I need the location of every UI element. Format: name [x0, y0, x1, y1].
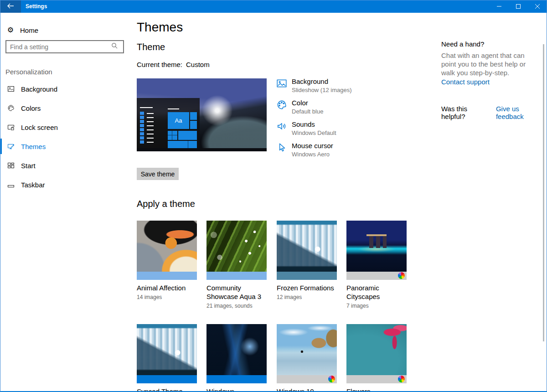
theme-name: Panoramic Cityscapes — [346, 284, 407, 301]
theme-accent-strip — [206, 272, 267, 280]
taskbar-icon — [7, 181, 15, 188]
background-image-icon — [7, 85, 15, 93]
sidebar-item-label: Start — [21, 162, 36, 170]
theme-thumbnail — [277, 221, 337, 272]
theme-preview-image: Aa — [137, 78, 267, 151]
color-wheel-icon — [398, 376, 405, 382]
current-theme-value: Custom — [186, 61, 210, 68]
theme-thumbnail — [137, 221, 197, 272]
theme-accent-strip — [277, 375, 337, 383]
feedback-question: Was this helpful? — [441, 105, 491, 120]
theme-count: 7 images — [346, 303, 407, 309]
theme-card-panoramic-cityscapes[interactable]: Panoramic Cityscapes 7 images — [346, 221, 407, 309]
theme-accent-strip — [206, 375, 267, 383]
colors-palette-icon — [7, 104, 15, 112]
search-input[interactable] — [6, 43, 111, 51]
themes-icon — [7, 143, 15, 150]
theme-name: Frozen Formations — [277, 284, 337, 292]
give-feedback-link[interactable]: Give us feedback — [496, 105, 547, 120]
minimize-button[interactable] — [490, 0, 509, 13]
setting-value: Windows Aero — [292, 151, 333, 158]
theme-name: Synced Theme — [137, 387, 197, 392]
theme-thumbnail — [346, 221, 407, 272]
setting-sounds[interactable]: SoundsWindows Default — [276, 120, 336, 136]
theme-card-synced-theme[interactable]: Synced Theme — [137, 324, 197, 392]
color-palette-icon — [276, 99, 287, 110]
minimize-icon — [497, 4, 501, 9]
sidebar-item-colors[interactable]: Colors — [0, 98, 132, 118]
sidebar: ⚙ Home Personalization Background Colors… — [0, 13, 132, 392]
titlebar: Settings — [0, 0, 547, 13]
setting-value: Windows Default — [292, 129, 336, 136]
gear-icon: ⚙ — [6, 26, 15, 34]
theme-accent-strip — [137, 272, 197, 280]
help-heading: Need a hand? — [441, 40, 484, 48]
save-theme-button[interactable]: Save theme — [137, 168, 179, 180]
theme-card-windows[interactable]: Windows — [206, 324, 267, 392]
theme-section-heading: Theme — [137, 42, 165, 52]
theme-card-frozen-formations[interactable]: Frozen Formations 12 images — [277, 221, 337, 300]
theme-accent-strip — [137, 375, 197, 383]
start-tiles-icon — [7, 162, 15, 169]
theme-accent-strip — [346, 272, 407, 280]
sounds-speaker-icon — [276, 121, 287, 132]
sidebar-item-themes[interactable]: Themes — [0, 137, 132, 156]
setting-background[interactable]: BackgroundSlideshow (12 images) — [276, 77, 352, 93]
page-title: Themes — [137, 20, 183, 35]
background-image-icon — [276, 78, 287, 89]
theme-name: Windows 10 — [277, 387, 337, 392]
search-box[interactable] — [5, 40, 124, 53]
maximize-icon — [516, 4, 521, 9]
close-button[interactable] — [528, 0, 547, 13]
theme-accent-strip — [346, 375, 407, 383]
theme-thumbnail — [277, 324, 337, 375]
back-arrow-icon — [7, 2, 14, 10]
theme-card-flowers[interactable]: Flowers — [346, 324, 407, 392]
back-button[interactable] — [0, 0, 21, 13]
sidebar-item-start[interactable]: Start — [0, 156, 132, 175]
theme-thumbnail — [346, 324, 407, 375]
preview-start-menu: Aa — [137, 98, 200, 148]
theme-name: Animal Affection — [137, 284, 197, 292]
scrollbar[interactable] — [543, 44, 544, 341]
maximize-button[interactable] — [509, 0, 528, 13]
setting-label: Sounds — [292, 120, 336, 128]
window-title: Settings — [26, 3, 47, 10]
theme-count: 14 images — [137, 294, 197, 300]
theme-thumbnail — [137, 324, 197, 375]
setting-mouse-cursor[interactable]: Mouse cursorWindows Aero — [276, 142, 333, 158]
setting-value: Slideshow (12 images) — [292, 87, 352, 93]
theme-thumbnail — [206, 324, 267, 375]
sidebar-item-label: Colors — [21, 104, 41, 112]
theme-name: Windows — [206, 387, 267, 392]
setting-color[interactable]: ColorDefault blue — [276, 99, 323, 115]
theme-card-windows-10[interactable]: Windows 10 — [277, 324, 337, 392]
preview-aa-tile: Aa — [168, 112, 189, 129]
color-wheel-icon — [328, 376, 335, 382]
sidebar-item-label: Lock screen — [21, 124, 58, 131]
home-label: Home — [20, 26, 38, 34]
sidebar-section-label: Personalization — [5, 68, 52, 76]
search-icon — [111, 42, 120, 51]
sidebar-item-background[interactable]: Background — [0, 79, 132, 98]
sidebar-item-label: Background — [21, 85, 57, 93]
contact-support-link[interactable]: Contact support — [441, 78, 490, 86]
theme-name: Flowers — [346, 387, 407, 392]
theme-name: Community Showcase Aqua 3 — [206, 284, 267, 301]
lock-screen-icon — [7, 124, 15, 131]
theme-card-animal-affection[interactable]: Animal Affection 14 images — [137, 221, 197, 300]
color-wheel-icon — [398, 272, 405, 279]
sidebar-item-lock-screen[interactable]: Lock screen — [0, 118, 132, 137]
sidebar-item-taskbar[interactable]: Taskbar — [0, 175, 132, 194]
theme-count: 21 images, sounds — [206, 303, 267, 309]
apply-section-heading: Apply a theme — [137, 199, 195, 209]
sidebar-item-label: Themes — [21, 143, 46, 150]
setting-value: Default blue — [292, 108, 323, 115]
theme-card-community-showcase[interactable]: Community Showcase Aqua 3 21 images, sou… — [206, 221, 267, 309]
preview-taskbar — [137, 148, 267, 151]
setting-label: Color — [292, 99, 323, 107]
setting-label: Background — [292, 77, 352, 85]
help-body-text: Chat with an agent that can point you to… — [441, 51, 538, 77]
sidebar-item-home[interactable]: ⚙ Home — [0, 22, 132, 38]
setting-label: Mouse cursor — [292, 142, 333, 150]
